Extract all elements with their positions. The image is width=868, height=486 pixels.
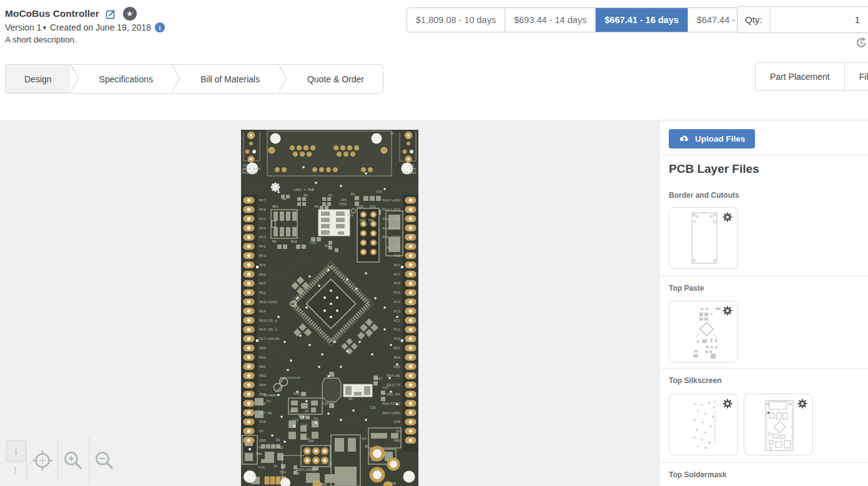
svg-text:PE4: PE4 [259,309,266,314]
panel-divider [660,462,868,463]
gear-icon[interactable] [797,399,807,409]
zoom-in-button[interactable] [62,450,84,474]
layer-up-button[interactable]: ↑ [6,461,24,480]
svg-text:PB6: PB6 [259,402,266,406]
svg-text:SW2: SW2 [321,482,327,486]
svg-text:J2: J2 [328,462,332,466]
svg-text:C17: C17 [383,386,389,390]
controls-divider [26,437,27,484]
project-meta: Version 1 ▾ Created on June 19, 2018 i [5,22,165,32]
arrow-down-icon: ↓ [13,445,19,457]
quantity-group: Qty: [737,6,868,33]
svg-text:PC1: PC1 [393,328,400,332]
svg-text:CG1: CG1 [376,190,383,194]
layer-down-button[interactable]: ↓ [6,440,26,462]
svg-text:PB4: PB4 [259,383,266,387]
svg-text:CG4: CG4 [280,470,287,475]
panel-heading: PCB Layer Files [669,162,759,176]
created-label: Created on June 19, 2018 [50,22,151,32]
svg-text:PB3: PB3 [259,374,266,378]
svg-text:J3: J3 [390,132,394,136]
gear-icon[interactable] [723,212,732,222]
svg-text:PA6: PA6 [393,254,400,258]
info-icon[interactable]: i [155,22,165,32]
svg-text:ISP: ISP [308,439,314,444]
quantity-input[interactable] [771,7,868,32]
panel-divider [660,155,868,155]
upload-files-label: Upload Files [695,134,745,143]
app-window: MoCoBus Controller ★ Version 1 ▾ Created… [0,0,868,486]
history-icon[interactable] [855,36,867,49]
svg-text:FB1: FB1 [368,218,375,223]
quantity-label: Qty: [737,7,771,32]
svg-text:PF1: PF1 [259,254,266,258]
zoom-in-icon [62,450,84,471]
svg-text:Q1: Q1 [365,444,369,449]
tab-part-placement[interactable]: Part Placement [756,63,844,90]
version-dropdown[interactable]: Version 1 ▾ [5,22,46,32]
svg-text:R17: R17 [377,377,383,381]
center-view-button[interactable] [31,449,54,474]
price-option-16-days[interactable]: $667.41 - 16 days [596,8,688,32]
tab-bill-of-materials[interactable]: Bill of Materials [182,65,279,93]
svg-text:PC3: PC3 [393,309,400,314]
layer-label-top-silkscreen: Top Silkscreen [669,376,721,385]
svg-text:PC2: PC2 [393,319,400,323]
svg-text:PE6/IO_1: PE6/IO_1 [259,328,277,332]
svg-text:PD0/COM3: PD0/COM3 [382,411,400,416]
svg-text:F2: F2 [267,399,271,404]
svg-text:perception: perception [280,376,300,380]
svg-text:PE5/PE6: PE5/PE6 [402,171,417,175]
svg-text:PD7: PD7 [393,346,400,351]
favorite-star-icon[interactable]: ★ [123,7,137,21]
tab-design[interactable]: Design [6,65,71,93]
svg-text:F1: F1 [387,246,391,250]
svg-text:C14: C14 [259,465,265,470]
svg-text:PA4/OPTO: PA4/OPTO [382,235,400,240]
svg-text:CG3: CG3 [357,205,363,209]
svg-text:PF4: PF4 [259,226,266,231]
panel-divider [660,276,868,276]
svg-text:U8: U8 [348,397,353,401]
svg-text:R4: R4 [282,197,287,202]
price-options-group: $1,809.08 - 10 days $693.44 - 14 days $6… [407,7,779,32]
price-option-14-days[interactable]: $693.44 - 14 days [505,8,596,32]
layer-thumbnail-top-paste[interactable] [669,301,738,362]
svg-text:PB7/BL: PB7/BL [259,411,273,416]
svg-text:PC7: PC7 [393,273,400,277]
svg-text:CG2: CG2 [370,205,376,209]
svg-text:PE2: PE2 [259,291,266,295]
svg-text:R12: R12 [277,445,284,450]
arrow-up-icon: ↑ [12,464,18,477]
pcb-canvas[interactable]: PF7PA0/LED0PF6PA1/LED2PF5PA2/LED3PF4PA3/… [0,120,660,486]
tab-chevron-separator [172,65,182,93]
price-option-10-days[interactable]: $1,809.08 - 10 days [407,8,505,32]
svg-text:5V: 5V [259,429,264,434]
gear-icon[interactable] [723,399,732,409]
tab-quote-and-order[interactable]: Quote & Order [289,65,383,93]
panel-divider [660,368,868,369]
pcb-render[interactable]: PF7PA0/LED0PF6PA1/LED2PF5PA2/LED3PF4PA3/… [241,130,418,486]
zoom-out-button[interactable] [94,450,115,474]
svg-text:PC0: PC0 [393,337,400,341]
svg-text:PE5/IO_0: PE5/IO_0 [259,319,277,323]
svg-text:PE7/UVCON: PE7/UVCON [259,337,280,341]
edit-pencil-icon[interactable] [106,8,117,19]
layer-thumbnail-top-silkscreen-2[interactable] [744,394,813,455]
tab-specifications[interactable]: Specifications [81,65,172,93]
svg-text:R2: R2 [328,193,333,198]
svg-text:PF2: PF2 [259,245,266,249]
tab-files[interactable]: Files [844,63,868,90]
upload-files-button[interactable]: Upload Files [669,129,755,148]
svg-text:PA3/PA4: PA3/PA4 [242,171,257,175]
svg-text:R6: R6 [315,205,319,209]
svg-text:PD6: PD6 [393,356,400,360]
svg-text:R15: R15 [293,472,300,476]
layer-thumbnail-border-cutouts[interactable] [669,207,738,269]
layer-thumbnail-top-silkscreen-1[interactable] [669,394,738,455]
svg-text:U3: U3 [325,232,330,236]
gear-icon[interactable] [723,306,732,316]
svg-text:PC6: PC6 [393,281,400,286]
svg-text:GND: GND [393,439,400,443]
svg-text:R1: R1 [351,192,355,197]
